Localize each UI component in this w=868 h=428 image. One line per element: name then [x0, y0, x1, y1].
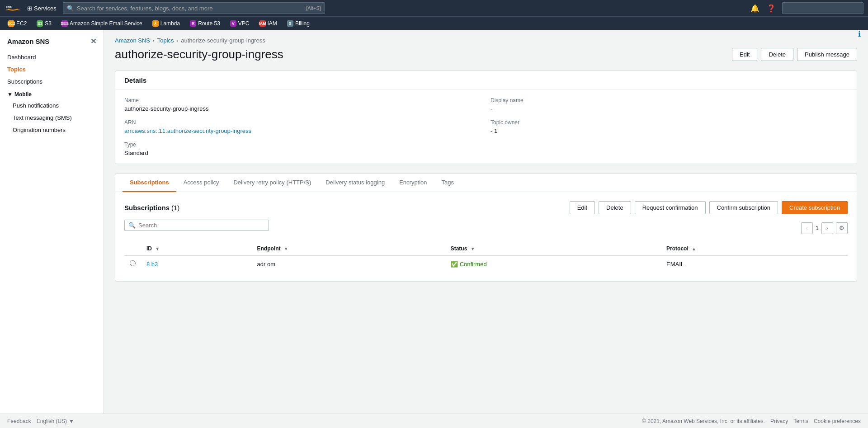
search-input[interactable]	[77, 5, 303, 12]
info-icon-container: ℹ	[858, 30, 861, 38]
notifications-button[interactable]: 🔔	[750, 3, 760, 14]
subscriptions-search-wrapper: 🔍	[124, 220, 269, 231]
subscriptions-search-input[interactable]	[138, 222, 265, 229]
pagination-settings-button[interactable]: ⚙	[836, 222, 848, 234]
pagination-current: 1	[816, 225, 819, 231]
feedback-link[interactable]: Feedback	[7, 418, 31, 424]
cookie-preferences-link[interactable]: Cookie preferences	[814, 418, 861, 424]
iam-icon: IAM	[259, 20, 266, 27]
s3-icon: S3	[37, 20, 43, 27]
breadcrumb-current: authorize-security-group-ingress	[181, 37, 265, 44]
privacy-link[interactable]: Privacy	[770, 418, 788, 424]
tab-delivery-logging[interactable]: Delivery status logging	[318, 174, 392, 192]
row-protocol-cell: EMAIL	[661, 256, 848, 273]
sidebar-item-origination-numbers[interactable]: Origination numbers	[0, 124, 104, 136]
service-badge-iam[interactable]: IAM IAM	[256, 19, 281, 28]
header-actions: Edit Delete Publish message	[732, 48, 857, 61]
service-badge-billing[interactable]: $ Billing	[283, 19, 313, 28]
iam-label: IAM	[268, 20, 277, 27]
search-pagination-row: 🔍 ‹ 1 › ⚙	[124, 220, 848, 236]
subscriptions-title-group: Subscriptions (1)	[124, 204, 179, 212]
chevron-down-icon: ▼	[7, 91, 13, 98]
details-grid: Name authorize-security-group-ingress AR…	[124, 97, 848, 156]
detail-arn: ARN arn:aws:sns::11:authorize-security-g…	[124, 119, 481, 134]
subscriptions-count: (1)	[171, 204, 179, 212]
terms-link[interactable]: Terms	[793, 418, 808, 424]
sidebar-item-text-messaging[interactable]: Text messaging (SMS)	[0, 112, 104, 124]
tab-encryption[interactable]: Encryption	[392, 174, 434, 192]
pagination-prev-button[interactable]: ‹	[801, 222, 813, 234]
services-button[interactable]: ⊞ Services	[24, 4, 59, 13]
svg-text:aws: aws	[5, 5, 12, 9]
row-status-cell: ✅ Confirmed	[445, 256, 661, 273]
sidebar-item-subscriptions[interactable]: Subscriptions	[0, 75, 104, 88]
arn-link[interactable]: arn:aws:sns::11:authorize-security-group…	[124, 127, 251, 134]
s3-label: S3	[45, 20, 52, 27]
subscriptions-actions: Edit Delete Request confirmation Confirm…	[570, 201, 848, 214]
breadcrumb: Amazon SNS › Topics › authorize-security…	[115, 37, 857, 44]
breadcrumb-topics-link[interactable]: Topics	[157, 37, 174, 44]
detail-display-name: Display name -	[491, 97, 848, 112]
info-icon[interactable]: ℹ	[858, 30, 861, 38]
subscriptions-delete-button[interactable]: Delete	[599, 201, 631, 214]
details-right: Display name - Topic owner - 1	[491, 97, 848, 156]
lambda-label: Lambda	[160, 20, 180, 27]
sidebar-item-dashboard[interactable]: Dashboard	[0, 51, 104, 63]
subscription-id-link[interactable]: 8 b3	[146, 261, 158, 268]
sort-status-icon: ▼	[471, 246, 475, 251]
tab-access-policy[interactable]: Access policy	[176, 174, 226, 192]
details-left: Name authorize-security-group-ingress AR…	[124, 97, 481, 156]
help-button[interactable]: ❓	[766, 3, 777, 14]
sidebar-mobile-section[interactable]: ▼ Mobile	[0, 88, 104, 99]
publish-message-button[interactable]: Publish message	[797, 48, 857, 61]
confirm-subscription-button[interactable]: Confirm subscription	[709, 201, 778, 214]
breadcrumb-sns-link[interactable]: Amazon SNS	[115, 37, 150, 44]
row-select-radio[interactable]	[130, 260, 136, 266]
top-navigation: aws ⊞ Services 🔍 [Alt+S] 🔔 ❓	[0, 0, 868, 16]
arn-value: arn:aws:sns::11:authorize-security-group…	[124, 127, 481, 134]
services-label: Services	[34, 5, 57, 12]
confirmed-icon: ✅	[451, 261, 458, 268]
tab-subscriptions[interactable]: Subscriptions	[123, 174, 176, 192]
global-search-bar[interactable]: 🔍 [Alt+S]	[63, 2, 325, 14]
service-badge-s3[interactable]: S3 S3	[33, 19, 55, 28]
pagination-next-button[interactable]: ›	[821, 222, 833, 234]
ses-icon: SES	[61, 20, 68, 27]
subscriptions-edit-button[interactable]: Edit	[570, 201, 595, 214]
language-selector[interactable]: English (US) ▼	[37, 418, 74, 424]
service-badge-lambda[interactable]: λ Lambda	[149, 19, 184, 28]
content-area: ℹ Amazon SNS › Topics › authorize-securi…	[104, 30, 868, 414]
aws-logo[interactable]: aws	[5, 3, 21, 14]
table-header-row: ID ▼ Endpoint ▼ Status ▼	[124, 242, 848, 256]
col-checkbox	[124, 242, 141, 256]
sort-protocol-icon: ▲	[692, 246, 696, 251]
row-id-cell: 8 b3	[141, 256, 252, 273]
col-status[interactable]: Status ▼	[445, 242, 661, 256]
route53-icon: R	[190, 20, 196, 27]
route53-label: Route 53	[198, 20, 220, 27]
service-badge-route53[interactable]: R Route 53	[186, 19, 224, 28]
edit-button[interactable]: Edit	[732, 48, 757, 61]
account-selector[interactable]	[782, 2, 863, 14]
row-endpoint-cell: adr om	[252, 256, 445, 273]
sidebar-title: Amazon SNS ✕	[0, 37, 104, 51]
col-id[interactable]: ID ▼	[141, 242, 252, 256]
col-endpoint[interactable]: Endpoint ▼	[252, 242, 445, 256]
breadcrumb-sep-1: ›	[153, 38, 155, 43]
service-badge-ec2[interactable]: EC2 EC2	[5, 19, 30, 28]
row-checkbox-cell	[124, 256, 141, 273]
sidebar-item-push-notifications[interactable]: Push notifications	[0, 99, 104, 112]
create-subscription-button[interactable]: Create subscription	[782, 201, 848, 214]
detail-type: Type Standard	[124, 141, 481, 156]
chevron-down-icon: ▼	[69, 418, 74, 424]
request-confirmation-button[interactable]: Request confirmation	[635, 201, 706, 214]
tab-tags[interactable]: Tags	[434, 174, 461, 192]
details-card: Details Name authorize-security-group-in…	[115, 71, 857, 164]
delete-button[interactable]: Delete	[761, 48, 793, 61]
sidebar-item-topics[interactable]: Topics	[0, 63, 104, 75]
tab-delivery-retry[interactable]: Delivery retry policy (HTTP/S)	[226, 174, 318, 192]
service-badge-vpc[interactable]: V VPC	[226, 19, 253, 28]
sidebar-close-button[interactable]: ✕	[90, 37, 96, 46]
service-badge-ses[interactable]: SES Amazon Simple Email Service	[58, 19, 146, 28]
col-protocol[interactable]: Protocol ▲	[661, 242, 848, 256]
